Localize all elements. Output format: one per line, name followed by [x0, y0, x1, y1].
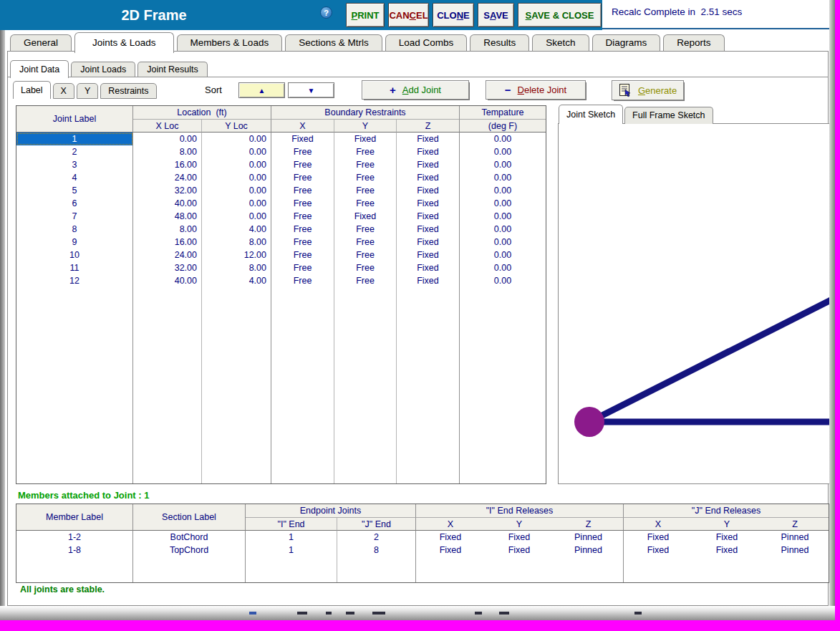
joint-cell[interactable]: 0.00: [460, 171, 546, 184]
joint-cell[interactable]: Free: [271, 145, 334, 158]
member-cell[interactable]: 1-2: [16, 531, 133, 544]
joint-cell[interactable]: Free: [334, 249, 397, 261]
member-cell[interactable]: Fixed: [485, 544, 554, 557]
member-cell[interactable]: 8: [337, 544, 416, 557]
member-cell[interactable]: Pinned: [554, 531, 624, 544]
member-cell[interactable]: Fixed: [692, 544, 761, 557]
joint-cell[interactable]: 8.00: [133, 145, 202, 158]
joint-cell[interactable]: 0.00: [460, 184, 546, 197]
save-button[interactable]: SAVE: [478, 3, 514, 27]
tab-joints-loads[interactable]: Joints & Loads: [74, 32, 174, 53]
tab-load-combs[interactable]: Load Combs: [385, 34, 468, 51]
joint-cell[interactable]: 0.00: [460, 236, 546, 249]
print-button[interactable]: PRINT: [346, 3, 385, 27]
joint-cell[interactable]: Fixed: [397, 236, 460, 249]
joint-cell[interactable]: 0.00: [202, 158, 271, 171]
joint-cell[interactable]: 9: [16, 236, 133, 249]
tab-reports[interactable]: Reports: [663, 34, 724, 51]
member-cell[interactable]: Fixed: [416, 531, 485, 544]
member-cell[interactable]: Fixed: [485, 531, 554, 544]
joint-cell[interactable]: 0.00: [460, 145, 546, 158]
joint-cell[interactable]: 0.00: [460, 261, 546, 274]
joint-cell[interactable]: 48.00: [133, 210, 202, 223]
clone-button[interactable]: CLONE: [433, 3, 474, 27]
joint-cell[interactable]: Fixed: [397, 274, 460, 287]
tab-members-loads[interactable]: Members & Loads: [177, 34, 283, 51]
member-cell[interactable]: Fixed: [692, 531, 761, 544]
joint-cell[interactable]: Fixed: [397, 133, 460, 145]
tab-joint-sketch[interactable]: Joint Sketch: [559, 105, 623, 124]
joint-cell[interactable]: 6: [16, 197, 133, 210]
joint-cell[interactable]: Fixed: [397, 171, 460, 184]
joint-cell[interactable]: Free: [334, 184, 397, 197]
joint-cell[interactable]: 8.00: [133, 223, 202, 236]
joint-cell[interactable]: 0.00: [202, 184, 271, 197]
joint-cell-selected[interactable]: 1: [16, 133, 133, 145]
joint-cell[interactable]: 5: [16, 184, 133, 197]
joint-cell[interactable]: 32.00: [133, 261, 202, 274]
joint-cell[interactable]: 3: [16, 158, 133, 171]
joint-cell[interactable]: 10: [16, 249, 133, 261]
joint-cell[interactable]: 16.00: [133, 236, 202, 249]
delete-joint-button[interactable]: − Delete Joint: [486, 80, 586, 100]
joint-cell[interactable]: Fixed: [397, 249, 460, 261]
joint-cell[interactable]: Free: [334, 158, 397, 171]
joint-cell[interactable]: Free: [334, 236, 397, 249]
sort-ascending-button[interactable]: ▲: [238, 82, 285, 98]
joint-cell[interactable]: 40.00: [133, 274, 202, 287]
joint-cell[interactable]: 8.00: [202, 236, 271, 249]
joint-cell[interactable]: Free: [334, 274, 397, 287]
cancel-button[interactable]: CANCEL: [388, 3, 429, 27]
joint-cell[interactable]: 8: [16, 223, 133, 236]
joint-cell[interactable]: 4: [16, 171, 133, 184]
joint-cell[interactable]: 0.00: [460, 210, 546, 223]
generate-button[interactable]: Generate: [612, 80, 684, 100]
tab-general[interactable]: General: [10, 34, 72, 51]
joint-cell[interactable]: 11: [16, 261, 133, 274]
add-joint-button[interactable]: + Add Joint: [362, 80, 469, 100]
joint-cell[interactable]: 4.00: [202, 223, 271, 236]
joint-cell[interactable]: Free: [334, 197, 397, 210]
joint-cell[interactable]: Free: [334, 223, 397, 236]
joint-cell[interactable]: 12.00: [202, 249, 271, 261]
joint-cell[interactable]: 32.00: [133, 184, 202, 197]
tab-results[interactable]: Results: [470, 34, 529, 51]
joint-cell[interactable]: Fixed: [271, 133, 334, 145]
joint-cell[interactable]: 12: [16, 274, 133, 287]
joint-cell[interactable]: 24.00: [133, 171, 202, 184]
tab-joint-data[interactable]: Joint Data: [10, 60, 69, 78]
member-cell[interactable]: 1-8: [16, 544, 133, 557]
joint-cell[interactable]: Free: [271, 184, 334, 197]
tab-y[interactable]: Y: [77, 83, 98, 99]
joint-cell[interactable]: Fixed: [397, 210, 460, 223]
joint-cell[interactable]: 8.00: [202, 261, 271, 274]
joint-cell[interactable]: 0.00: [202, 210, 271, 223]
member-cell[interactable]: Fixed: [416, 544, 485, 557]
joint-cell[interactable]: Fixed: [397, 145, 460, 158]
tab-joint-loads[interactable]: Joint Loads: [71, 62, 135, 77]
joint-cell[interactable]: 0.00: [202, 171, 271, 184]
joint-cell[interactable]: Fixed: [397, 197, 460, 210]
joint-cell[interactable]: Fixed: [397, 261, 460, 274]
joint-cell[interactable]: 16.00: [133, 158, 202, 171]
joint-cell[interactable]: Free: [271, 261, 334, 274]
tab-sections-mtrls[interactable]: Sections & Mtrls: [285, 34, 382, 51]
tab-diagrams[interactable]: Diagrams: [592, 34, 661, 51]
help-icon[interactable]: ?: [320, 6, 332, 19]
joint-cell[interactable]: 0.00: [202, 197, 271, 210]
member-cell[interactable]: Fixed: [624, 531, 692, 544]
joint-cell[interactable]: 40.00: [133, 197, 202, 210]
member-cell[interactable]: Pinned: [761, 531, 829, 544]
member-cell[interactable]: 2: [337, 531, 416, 544]
joint-cell[interactable]: Free: [334, 145, 397, 158]
joint-cell[interactable]: Free: [271, 210, 334, 223]
joint-cell[interactable]: 0.00: [460, 274, 546, 287]
tab-joint-results[interactable]: Joint Results: [137, 62, 208, 77]
member-cell[interactable]: Fixed: [624, 544, 692, 557]
member-cell[interactable]: Pinned: [554, 544, 624, 557]
tab-sketch[interactable]: Sketch: [532, 34, 589, 51]
joint-cell[interactable]: Fixed: [397, 184, 460, 197]
joint-cell[interactable]: Free: [271, 197, 334, 210]
joint-cell[interactable]: Free: [271, 158, 334, 171]
joint-cell[interactable]: 0.00: [202, 133, 271, 145]
